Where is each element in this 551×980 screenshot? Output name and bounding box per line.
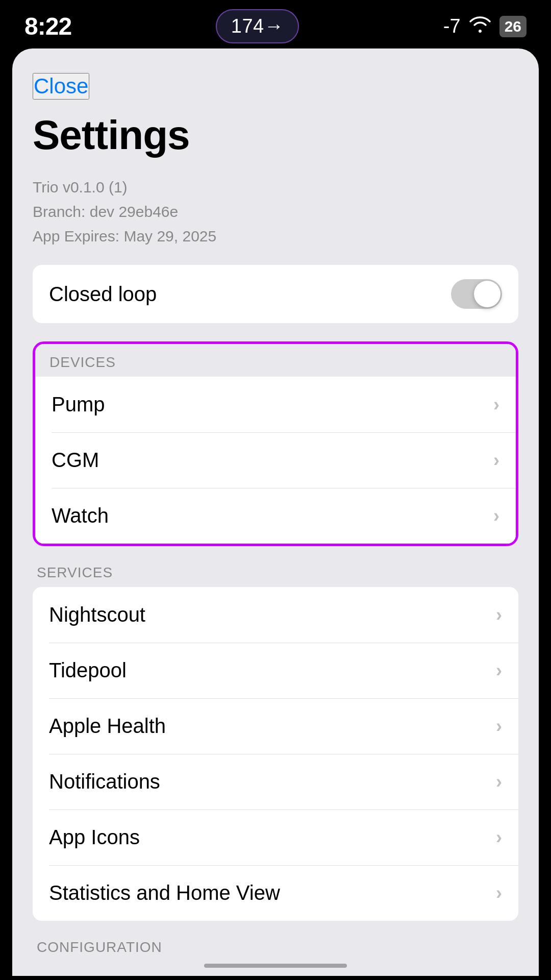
app-expires: App Expires: May 29, 2025 [33,224,518,249]
statistics-item[interactable]: Statistics and Home View › [33,865,518,921]
statistics-label: Statistics and Home View [49,881,280,904]
watch-item[interactable]: Watch › [35,488,516,544]
home-indicator [204,964,347,968]
cgm-label: CGM [52,449,99,472]
app-icons-item[interactable]: App Icons › [33,810,518,865]
status-bar: 8:22 174→ -7 26 [0,0,551,48]
cgm-chevron: › [493,450,499,471]
battery-level: 26 [505,18,521,35]
app-branch: Branch: dev 29eb46e [33,200,518,224]
services-list: Nightscout › Tidepool › Apple Health › N… [33,587,518,921]
tidepool-label: Tidepool [49,659,127,682]
pump-chevron: › [493,394,499,415]
apple-health-chevron: › [496,716,502,737]
nightscout-item[interactable]: Nightscout › [33,587,518,643]
toggle-thumb [474,281,500,307]
pump-label: Pump [52,393,105,416]
cgm-item[interactable]: CGM › [35,432,516,488]
closed-loop-row: Closed loop [33,265,518,323]
apple-health-item[interactable]: Apple Health › [33,698,518,754]
watch-chevron: › [493,505,499,527]
main-card: Close Settings Trio v0.1.0 (1) Branch: d… [12,48,539,976]
devices-section-inner: DEVICES Pump › CGM › Watch › [35,344,516,544]
notifications-item[interactable]: Notifications › [33,754,518,810]
nightscout-chevron: › [496,604,502,626]
close-button[interactable]: Close [33,73,89,100]
configuration-section-header: CONFIGURATION [33,939,518,955]
devices-section-box: DEVICES Pump › CGM › Watch › [33,341,518,546]
services-section-header: SERVICES [33,565,518,581]
app-version: Trio v0.1.0 (1) [33,175,518,200]
app-info: Trio v0.1.0 (1) Branch: dev 29eb46e App … [33,175,518,249]
closed-loop-toggle[interactable] [451,279,502,309]
glucose-value: 174→ [231,15,284,37]
pump-item[interactable]: Pump › [35,377,516,432]
wifi-icon [469,15,491,37]
glucose-pill: 174→ [216,9,299,43]
devices-list: Pump › CGM › Watch › [35,377,516,544]
page-title: Settings [33,112,518,159]
statistics-chevron: › [496,883,502,904]
notifications-label: Notifications [49,770,160,793]
apple-health-label: Apple Health [49,715,166,738]
notifications-chevron: › [496,771,502,793]
status-right: -7 26 [443,15,527,37]
app-icons-label: App Icons [49,826,140,849]
nightscout-label: Nightscout [49,603,145,626]
services-section: SERVICES Nightscout › Tidepool › Apple H… [33,565,518,921]
status-time: 8:22 [24,12,71,40]
app-icons-chevron: › [496,827,502,848]
closed-loop-label: Closed loop [49,283,157,306]
tidepool-item[interactable]: Tidepool › [33,643,518,698]
watch-label: Watch [52,504,109,527]
battery-badge: 26 [499,16,527,37]
glucose-delta: -7 [443,15,461,37]
tidepool-chevron: › [496,660,502,681]
devices-section-header: DEVICES [35,354,516,371]
